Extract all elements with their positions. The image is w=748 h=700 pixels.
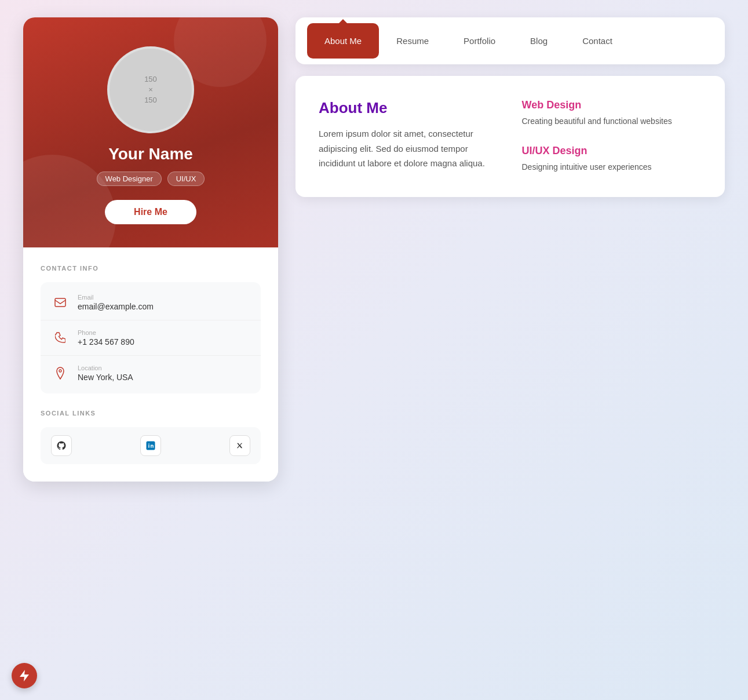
svg-rect-2: [147, 442, 155, 450]
about-body: Lorem ipsum dolor sit amet, consectetur …: [319, 126, 499, 171]
location-value: New York, USA: [78, 373, 133, 382]
skill-web-design-desc: Creating beautiful and functional websit…: [522, 115, 702, 127]
contact-location-row: Location New York, USA: [41, 356, 261, 391]
tab-resume[interactable]: Resume: [379, 23, 446, 59]
github-icon[interactable]: [51, 435, 72, 456]
contact-email-row: Email email@example.com: [41, 285, 261, 320]
contact-phone-row: Phone +1 234 567 890: [41, 320, 261, 356]
phone-icon: [51, 329, 70, 347]
social-section-label: SOCIAL LINKS: [41, 410, 261, 417]
skill-web-design-title: Web Design: [522, 99, 702, 111]
email-text: Email email@example.com: [78, 294, 154, 311]
profile-header: 150 × 150 Your Name Web Designer UI/UX H…: [23, 17, 278, 247]
profile-name: Your Name: [108, 145, 193, 163]
social-icons-row: [41, 427, 261, 464]
contact-info-box: Email email@example.com Phone +1 234 567…: [41, 282, 261, 393]
location-text: Location New York, USA: [78, 364, 133, 382]
tab-portfolio[interactable]: Portfolio: [446, 23, 513, 59]
location-label: Location: [78, 364, 133, 371]
right-panel: About Me Resume Portfolio Blog Contact A…: [295, 17, 725, 197]
tags-container: Web Designer UI/UX: [97, 172, 205, 186]
skill-uiux-design: UI/UX Design Designing intuitive user ex…: [522, 145, 702, 173]
email-label: Email: [78, 294, 154, 301]
tab-about-me[interactable]: About Me: [307, 23, 379, 59]
contact-section-label: CONTACT INFO: [41, 265, 261, 272]
skill-uiux-design-desc: Designing intuitive user experiences: [522, 161, 702, 173]
linkedin-icon[interactable]: [140, 435, 161, 456]
svg-point-1: [59, 370, 61, 372]
svg-rect-0: [55, 298, 65, 307]
phone-text: Phone +1 234 567 890: [78, 329, 134, 347]
bolt-button[interactable]: [12, 663, 37, 688]
profile-card: 150 × 150 Your Name Web Designer UI/UX H…: [23, 17, 278, 482]
avatar: 150 × 150: [107, 46, 194, 133]
about-title: About Me: [319, 99, 499, 117]
tab-contact[interactable]: Contact: [565, 23, 630, 59]
email-value: email@example.com: [78, 302, 154, 311]
hire-me-button[interactable]: Hire Me: [105, 200, 196, 224]
social-section: SOCIAL LINKS: [41, 410, 261, 464]
location-icon: [51, 364, 70, 382]
skill-uiux-design-title: UI/UX Design: [522, 145, 702, 157]
x-icon[interactable]: [229, 435, 250, 456]
about-text-section: About Me Lorem ipsum dolor sit amet, con…: [319, 99, 499, 174]
skill-web-design: Web Design Creating beautiful and functi…: [522, 99, 702, 127]
email-icon: [51, 293, 70, 312]
tab-blog[interactable]: Blog: [513, 23, 565, 59]
nav-card: About Me Resume Portfolio Blog Contact: [295, 17, 725, 64]
skills-section: Web Design Creating beautiful and functi…: [522, 99, 702, 174]
tag-web-designer: Web Designer: [97, 172, 162, 186]
tag-uiux: UI/UX: [167, 172, 205, 186]
content-card: About Me Lorem ipsum dolor sit amet, con…: [295, 76, 725, 197]
profile-lower: CONTACT INFO Email email@example.com: [23, 247, 278, 482]
phone-label: Phone: [78, 329, 134, 336]
phone-value: +1 234 567 890: [78, 337, 134, 347]
